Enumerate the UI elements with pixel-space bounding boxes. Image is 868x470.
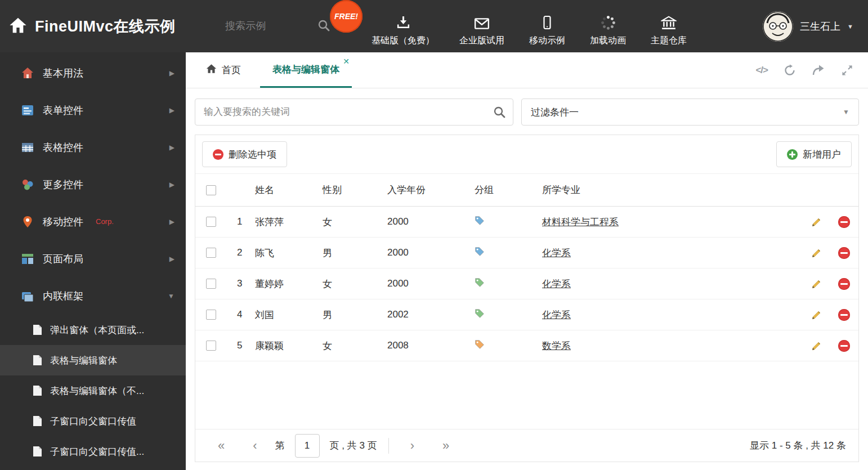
sidebar-item-iframe[interactable]: 内联框架 ▼	[0, 277, 186, 315]
select-all-checkbox[interactable]	[206, 185, 216, 195]
app-title: FineUIMvc在线示例	[35, 16, 176, 37]
expand-icon[interactable]	[841, 64, 853, 77]
search-icon[interactable]	[317, 19, 330, 34]
sidebar-item-form-controls[interactable]: 表单控件 ▶	[0, 92, 186, 129]
first-page-button[interactable]: «	[208, 440, 235, 452]
major-link[interactable]: 材料科学与工程系	[542, 217, 619, 227]
nav-label: 移动示例	[529, 35, 565, 47]
page-label-prefix: 第	[275, 439, 285, 452]
header-search	[225, 19, 338, 34]
table-search	[195, 99, 513, 126]
sidebar-item-label: 表格控件	[43, 141, 83, 154]
edit-icon[interactable]	[803, 340, 829, 352]
brand: FineUIMvc在线示例	[0, 16, 225, 37]
nav-item-loading[interactable]: 加载动画	[590, 6, 626, 47]
sidebar-item-grid-controls[interactable]: 表格控件 ▶	[0, 129, 186, 166]
major-link[interactable]: 化学系	[542, 248, 571, 258]
top-header: FineUIMvc在线示例 FREE! 基础版（免费） 企业版试用 移动示例	[0, 0, 868, 52]
nav-item-enterprise[interactable]: 企业版试用	[459, 6, 504, 47]
col-header-name[interactable]: 姓名	[255, 183, 323, 196]
cell-name: 刘国	[255, 308, 323, 321]
delete-row-icon[interactable]	[829, 309, 858, 321]
sidebar-subitem-label: 子窗口向父窗口传值	[50, 415, 136, 428]
sidebar-item-page-layout[interactable]: 页面布局 ▶	[0, 240, 186, 277]
tab-home[interactable]: 首页	[196, 52, 251, 88]
row-checkbox[interactable]	[206, 341, 216, 351]
add-user-button[interactable]: 新增用户	[776, 141, 852, 167]
search-icon[interactable]	[493, 106, 505, 120]
major-link[interactable]: 化学系	[542, 310, 571, 320]
last-page-button[interactable]: »	[432, 440, 459, 452]
delete-row-icon[interactable]	[829, 340, 858, 352]
cell-gender: 男	[323, 308, 387, 321]
edit-icon[interactable]	[803, 309, 829, 321]
col-header-group[interactable]: 分组	[475, 183, 542, 196]
table-search-input[interactable]	[195, 99, 513, 126]
row-index: 2	[227, 247, 255, 258]
edit-icon[interactable]	[803, 216, 829, 228]
filter-dropdown-value: 过滤条件一	[531, 106, 579, 119]
sidebar-item-mobile-controls[interactable]: 移动控件 Corp. ▶	[0, 203, 186, 240]
major-link[interactable]: 化学系	[542, 279, 571, 289]
sidebar-item-basic-usage[interactable]: 基本用法 ▶	[0, 55, 186, 92]
col-header-year[interactable]: 入学年份	[387, 183, 475, 196]
filter-dropdown[interactable]: 过滤条件一 ▼	[521, 99, 859, 126]
sidebar-subitem-label: 弹出窗体（本页面或...	[50, 324, 144, 337]
sidebar-subitem-child-to-parent[interactable]: 子窗口向父窗口传值	[0, 406, 186, 436]
table-row: 5 康颖颖 女 2008 数学系	[195, 330, 858, 361]
row-checkbox[interactable]	[206, 217, 216, 227]
nav-item-themes[interactable]: 主题仓库	[651, 6, 687, 47]
chevron-right-icon: ▶	[169, 144, 175, 151]
chevron-down-icon: ▼	[847, 23, 853, 30]
share-icon[interactable]	[812, 64, 825, 77]
divider	[388, 438, 389, 454]
next-page-button[interactable]: ›	[400, 440, 424, 452]
view-source-icon[interactable]: </>	[755, 65, 768, 76]
col-header-gender[interactable]: 性别	[323, 183, 387, 196]
sidebar-subitem-grid-edit-window-2[interactable]: 表格与编辑窗体（不...	[0, 375, 186, 406]
envelope-icon	[474, 14, 490, 30]
row-checkbox[interactable]	[206, 279, 216, 289]
delete-row-icon[interactable]	[829, 247, 858, 259]
tab-grid-edit-window[interactable]: 表格与编辑窗体 ✕	[260, 52, 352, 88]
shapes-icon	[21, 178, 34, 191]
delete-row-icon[interactable]	[829, 278, 858, 290]
edit-icon[interactable]	[803, 278, 829, 290]
table-row: 4 刘国 男 2002 化学系	[195, 299, 858, 330]
add-user-label: 新增用户	[803, 148, 841, 161]
row-checkbox[interactable]	[206, 310, 216, 320]
header-search-input[interactable]	[225, 20, 310, 32]
delete-row-icon[interactable]	[829, 216, 858, 228]
edit-icon[interactable]	[803, 247, 829, 259]
refresh-icon[interactable]	[784, 64, 796, 77]
major-link[interactable]: 数学系	[542, 341, 571, 351]
sidebar-subitem-popup-window[interactable]: 弹出窗体（本页面或...	[0, 315, 186, 345]
row-index: 5	[227, 340, 255, 351]
main-content: 首页 表格与编辑窗体 ✕ </>	[186, 52, 868, 470]
nav-item-mobile[interactable]: 移动示例	[529, 6, 565, 47]
sidebar-item-label: 更多控件	[43, 178, 83, 191]
col-header-major[interactable]: 所学专业	[542, 183, 803, 196]
cell-year: 2000	[387, 216, 475, 227]
plus-circle-icon	[787, 149, 798, 160]
table-row: 3 董婷婷 女 2000 化学系	[195, 268, 858, 299]
prev-page-button[interactable]: ‹	[243, 440, 267, 452]
free-badge: FREE!	[330, 0, 363, 33]
nav-item-basic-free[interactable]: FREE! 基础版（免费）	[372, 6, 435, 47]
house-icon	[21, 67, 34, 79]
user-menu[interactable]: 三生石上 ▼	[763, 11, 868, 42]
file-icon	[33, 446, 42, 457]
delete-selected-button[interactable]: 删除选中项	[202, 141, 287, 167]
row-checkbox[interactable]	[206, 248, 216, 258]
sidebar-subitem-child-to-parent-2[interactable]: 子窗口向父窗口传值...	[0, 436, 186, 467]
page-number-input[interactable]	[295, 434, 320, 458]
bank-icon	[661, 14, 677, 30]
cell-name: 康颖颖	[255, 339, 323, 352]
tag-icon	[475, 339, 542, 352]
nav-label: 加载动画	[590, 35, 626, 47]
file-icon	[33, 324, 42, 335]
sidebar-item-label: 移动控件	[43, 215, 83, 229]
close-icon[interactable]: ✕	[343, 57, 350, 65]
sidebar-item-more-controls[interactable]: 更多控件 ▶	[0, 166, 186, 203]
sidebar-subitem-grid-edit-window[interactable]: 表格与编辑窗体	[0, 345, 186, 375]
